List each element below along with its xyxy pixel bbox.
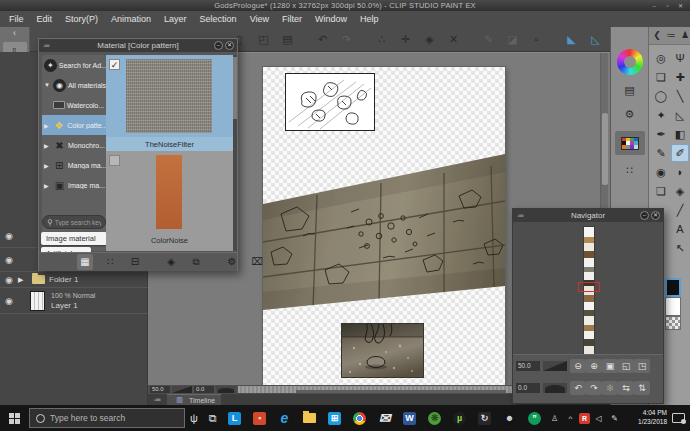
zoom-tool-icon[interactable]: ◎ bbox=[652, 49, 670, 67]
panel-close-button[interactable]: ✕ bbox=[225, 41, 234, 50]
navigator-zoom-slider[interactable] bbox=[543, 361, 567, 371]
tree-item-image-material[interactable]: ▶ ▣ Image ma... bbox=[42, 175, 106, 195]
rotate-left-icon[interactable]: ↶ bbox=[570, 381, 586, 395]
tree-item-search[interactable]: ✦ Search for Ad... bbox=[42, 55, 106, 75]
reset-rotation-icon[interactable]: ✻ bbox=[602, 381, 618, 395]
tray-hidden-icons-icon[interactable]: ^ bbox=[563, 414, 578, 423]
app-explorer[interactable] bbox=[297, 405, 322, 431]
tab-timeline[interactable]: ▥ Timeline bbox=[167, 394, 221, 405]
app-utorrent[interactable]: µ bbox=[447, 405, 472, 431]
text-tool-icon[interactable]: A bbox=[671, 220, 689, 238]
app-chrome[interactable] bbox=[347, 405, 372, 431]
eye-icon[interactable]: ◉ bbox=[0, 255, 18, 265]
window-minimize-icon[interactable]: – bbox=[648, 1, 661, 10]
eye-icon[interactable]: ◉ bbox=[0, 275, 18, 285]
layer-row-layer1[interactable]: ◉ 100 % Normal Layer 1 bbox=[0, 288, 148, 314]
view-small-thumbs-icon[interactable]: ∷ bbox=[102, 254, 118, 270]
material-panel-titlebar[interactable]: ≔ Material [Color pattern] – ✕ bbox=[39, 39, 237, 52]
panel-close-button[interactable]: ✕ bbox=[651, 211, 660, 220]
move-transform-icon[interactable]: ✛ bbox=[397, 31, 414, 48]
material-item-colornoise[interactable]: ColorNoise bbox=[106, 151, 233, 247]
timeline-menu-icon[interactable]: ≔ bbox=[154, 396, 161, 404]
undo-icon[interactable]: ↶ bbox=[314, 31, 331, 48]
folder-expander-icon[interactable]: ▶ bbox=[18, 276, 28, 284]
blend-tool-icon[interactable]: ◉ bbox=[652, 163, 670, 181]
zoom-out-icon[interactable]: ⊖ bbox=[570, 359, 586, 373]
menu-story[interactable]: Story(P) bbox=[65, 14, 98, 24]
pen-tool-icon[interactable]: ✒ bbox=[652, 125, 670, 143]
menu-layer[interactable]: Layer bbox=[164, 14, 187, 24]
notification-center-icon[interactable] bbox=[672, 413, 685, 423]
checkbox-checked-icon[interactable]: ✓ bbox=[109, 59, 120, 70]
app-game-green[interactable]: ❊ bbox=[422, 405, 447, 431]
save-icon[interactable]: ▤ bbox=[279, 31, 296, 48]
taskbar-search-input[interactable]: Type here to search bbox=[29, 408, 185, 428]
app-orange[interactable]: ▪ bbox=[247, 405, 272, 431]
vector-snap-curve-icon[interactable]: ◺ bbox=[587, 31, 604, 48]
vector-snap-line-icon[interactable]: ◣ bbox=[563, 31, 580, 48]
lasso-tool-icon[interactable]: ◯ bbox=[652, 87, 670, 105]
paste-material-icon[interactable]: ◈ bbox=[163, 254, 179, 270]
tray-pen-icon[interactable]: ✎ bbox=[607, 414, 622, 423]
strip-collapse-icon[interactable]: ❮ bbox=[651, 30, 663, 42]
move-tool-icon[interactable]: ✚ bbox=[671, 68, 689, 86]
ruler-tool-icon[interactable]: ◺ bbox=[671, 106, 689, 124]
app-game-dark[interactable]: ☻ bbox=[497, 405, 522, 431]
print-size-icon[interactable]: ◳ bbox=[634, 359, 650, 373]
tree-item-color-pattern[interactable]: ▶ ❖ Color patte... bbox=[42, 115, 106, 135]
fill-icon[interactable]: ◈ bbox=[421, 31, 438, 48]
object-tool-icon[interactable]: ↖ bbox=[671, 239, 689, 257]
window-maximize-icon[interactable]: ▫ bbox=[661, 1, 674, 10]
spray-select-icon[interactable]: ∴ bbox=[373, 31, 390, 48]
flip-horizontal-icon[interactable]: ⇆ bbox=[618, 381, 634, 395]
app-hangouts[interactable]: ” bbox=[522, 405, 547, 431]
expander-icon[interactable]: ▶ bbox=[44, 162, 51, 169]
menu-view[interactable]: View bbox=[250, 14, 269, 24]
menu-help[interactable]: Help bbox=[360, 14, 379, 24]
checkbox-icon[interactable] bbox=[109, 155, 120, 166]
task-view-icon[interactable]: ⧉ bbox=[203, 412, 222, 425]
menu-edit[interactable]: Edit bbox=[37, 14, 53, 24]
window-close-icon[interactable]: ✕ bbox=[674, 1, 687, 10]
expander-icon[interactable]: ▼ bbox=[44, 82, 51, 88]
transparent-color-swatch[interactable] bbox=[665, 316, 681, 330]
navigator-zoom-value[interactable]: 50.0 bbox=[516, 361, 540, 371]
brush-tool-icon[interactable]: ✎ bbox=[652, 144, 670, 162]
app-mail[interactable]: ✉ bbox=[372, 405, 397, 431]
color-mixer-icon[interactable]: ⚙ bbox=[619, 105, 641, 123]
tree-item-monochromatic[interactable]: ▶ ✖ Monochro... bbox=[42, 135, 106, 155]
view-area-rectangle[interactable] bbox=[578, 282, 600, 292]
eye-icon[interactable]: ◉ bbox=[0, 231, 18, 241]
free-transform-icon[interactable]: ✕ bbox=[445, 31, 462, 48]
vertical-scrollbar-handle[interactable] bbox=[602, 113, 608, 185]
app-sharex[interactable]: ↻ bbox=[472, 405, 497, 431]
pen-disabled-icon[interactable]: ✎ bbox=[480, 31, 497, 48]
material-item-noisefilter[interactable]: ✓ TheNoiseFilter bbox=[106, 55, 233, 151]
navigator-rotation-slider[interactable] bbox=[543, 383, 567, 393]
microphone-icon[interactable]: ψ bbox=[185, 412, 204, 424]
figure-tool-icon[interactable]: ╱ bbox=[671, 201, 689, 219]
material-search-input[interactable]: ⚲ Type search key... bbox=[42, 215, 106, 229]
magic-wand-tool-icon[interactable]: ✦ bbox=[652, 106, 670, 124]
pan-tool-icon[interactable]: ❏ bbox=[652, 68, 670, 86]
canvas-zoom-value[interactable]: 50.0 bbox=[150, 386, 170, 393]
material-property-icon[interactable]: ⚙ bbox=[224, 254, 240, 270]
menu-filter[interactable]: Filter bbox=[282, 14, 302, 24]
view-large-thumbs-icon[interactable]: ▦ bbox=[77, 254, 93, 270]
frame-tool-icon[interactable]: ❏ bbox=[652, 182, 670, 200]
bucket-tool-icon[interactable]: ◈ bbox=[671, 182, 689, 200]
horizontal-scrollbar-handle[interactable] bbox=[296, 390, 506, 393]
canvas-rotation-value[interactable]: 0.0 bbox=[194, 386, 214, 393]
expander-icon[interactable]: ▶ bbox=[44, 182, 51, 189]
canvas-zoom-slider[interactable] bbox=[172, 386, 192, 393]
navigator-rotation-value[interactable]: 0.0 bbox=[516, 383, 540, 393]
material-list-scrollbar[interactable] bbox=[233, 55, 237, 251]
menu-file[interactable]: File bbox=[9, 14, 24, 24]
panel-minimize-button[interactable]: – bbox=[640, 211, 649, 220]
color-set-button[interactable] bbox=[615, 131, 645, 155]
register-material-icon[interactable]: ⧉ bbox=[188, 254, 204, 270]
document-page[interactable] bbox=[263, 67, 505, 385]
tag-image-material[interactable]: Image material bbox=[41, 232, 107, 245]
tray-antivirus-icon[interactable]: R bbox=[579, 413, 590, 424]
main-color-swatch[interactable] bbox=[665, 278, 681, 297]
